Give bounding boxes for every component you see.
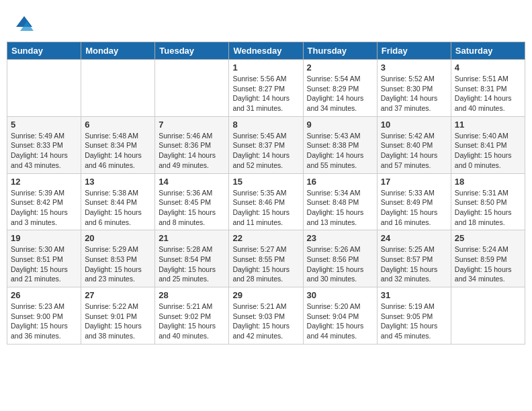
day-number: 15 — [232, 177, 299, 187]
day-number: 28 — [159, 290, 225, 300]
day-cell: 13Sunrise: 5:38 AM Sunset: 8:44 PM Dayli… — [81, 173, 155, 230]
day-number: 23 — [307, 233, 373, 243]
day-cell — [155, 60, 229, 117]
week-row-1: 5Sunrise: 5:49 AM Sunset: 8:33 PM Daylig… — [7, 116, 525, 173]
day-cell: 3Sunrise: 5:52 AM Sunset: 8:30 PM Daylig… — [377, 60, 451, 117]
day-number: 20 — [85, 233, 151, 243]
column-header-monday: Monday — [81, 42, 155, 60]
day-cell: 16Sunrise: 5:34 AM Sunset: 8:48 PM Dayli… — [303, 173, 377, 230]
day-cell: 2Sunrise: 5:54 AM Sunset: 8:29 PM Daylig… — [303, 60, 377, 117]
column-header-wednesday: Wednesday — [229, 42, 303, 60]
calendar-header: SundayMondayTuesdayWednesdayThursdayFrid… — [7, 42, 525, 60]
day-cell: 29Sunrise: 5:21 AM Sunset: 9:03 PM Dayli… — [229, 287, 303, 345]
day-info: Sunrise: 5:35 AM Sunset: 8:46 PM Dayligh… — [232, 188, 299, 228]
day-number: 26 — [11, 290, 77, 300]
day-number: 6 — [85, 120, 151, 130]
column-header-tuesday: Tuesday — [155, 42, 229, 60]
day-number: 19 — [11, 233, 77, 243]
day-info: Sunrise: 5:23 AM Sunset: 9:00 PM Dayligh… — [11, 302, 77, 341]
day-cell — [451, 287, 525, 345]
day-info: Sunrise: 5:22 AM Sunset: 9:01 PM Dayligh… — [85, 302, 151, 341]
day-number: 7 — [159, 120, 225, 130]
day-cell: 20Sunrise: 5:29 AM Sunset: 8:53 PM Dayli… — [81, 230, 155, 287]
day-cell: 19Sunrise: 5:30 AM Sunset: 8:51 PM Dayli… — [7, 230, 81, 287]
day-number: 31 — [381, 290, 447, 300]
header-row: SundayMondayTuesdayWednesdayThursdayFrid… — [7, 42, 525, 60]
day-info: Sunrise: 5:40 AM Sunset: 8:41 PM Dayligh… — [455, 131, 521, 171]
day-number: 30 — [307, 290, 373, 300]
day-info: Sunrise: 5:46 AM Sunset: 8:36 PM Dayligh… — [159, 131, 225, 171]
day-cell: 14Sunrise: 5:36 AM Sunset: 8:45 PM Dayli… — [155, 173, 229, 230]
day-number: 24 — [381, 233, 447, 243]
day-number: 21 — [159, 233, 225, 243]
day-cell: 4Sunrise: 5:51 AM Sunset: 8:31 PM Daylig… — [451, 60, 525, 117]
svg-marker-0 — [16, 16, 32, 27]
day-number: 8 — [232, 120, 299, 130]
column-header-sunday: Sunday — [7, 42, 81, 60]
day-number: 18 — [455, 177, 521, 187]
day-number: 13 — [85, 177, 151, 187]
day-info: Sunrise: 5:48 AM Sunset: 8:34 PM Dayligh… — [85, 131, 151, 171]
day-cell: 31Sunrise: 5:19 AM Sunset: 9:05 PM Dayli… — [377, 287, 451, 345]
day-number: 11 — [455, 120, 521, 130]
day-number: 16 — [307, 177, 373, 187]
day-info: Sunrise: 5:56 AM Sunset: 8:27 PM Dayligh… — [232, 74, 299, 113]
day-info: Sunrise: 5:38 AM Sunset: 8:44 PM Dayligh… — [85, 188, 151, 228]
day-number: 25 — [455, 233, 521, 243]
day-number: 1 — [232, 62, 299, 73]
day-info: Sunrise: 5:39 AM Sunset: 8:42 PM Dayligh… — [11, 188, 77, 228]
day-cell: 24Sunrise: 5:25 AM Sunset: 8:57 PM Dayli… — [377, 230, 451, 287]
day-cell: 22Sunrise: 5:27 AM Sunset: 8:55 PM Dayli… — [229, 230, 303, 287]
day-number: 29 — [232, 290, 299, 300]
day-number: 4 — [455, 62, 521, 73]
logo-icon — [13, 13, 35, 35]
day-info: Sunrise: 5:25 AM Sunset: 8:57 PM Dayligh… — [381, 244, 447, 284]
day-info: Sunrise: 5:20 AM Sunset: 9:04 PM Dayligh… — [307, 302, 373, 341]
day-cell: 28Sunrise: 5:21 AM Sunset: 9:02 PM Dayli… — [155, 287, 229, 345]
column-header-thursday: Thursday — [303, 42, 377, 60]
week-row-2: 12Sunrise: 5:39 AM Sunset: 8:42 PM Dayli… — [7, 173, 525, 230]
week-row-0: 1Sunrise: 5:56 AM Sunset: 8:27 PM Daylig… — [7, 60, 525, 117]
day-cell: 7Sunrise: 5:46 AM Sunset: 8:36 PM Daylig… — [155, 116, 229, 173]
day-cell: 6Sunrise: 5:48 AM Sunset: 8:34 PM Daylig… — [81, 116, 155, 173]
day-cell: 12Sunrise: 5:39 AM Sunset: 8:42 PM Dayli… — [7, 173, 81, 230]
day-info: Sunrise: 5:27 AM Sunset: 8:55 PM Dayligh… — [232, 244, 299, 284]
column-header-friday: Friday — [377, 42, 451, 60]
day-cell — [81, 60, 155, 117]
day-info: Sunrise: 5:49 AM Sunset: 8:33 PM Dayligh… — [11, 131, 77, 171]
day-info: Sunrise: 5:29 AM Sunset: 8:53 PM Dayligh… — [85, 244, 151, 284]
day-info: Sunrise: 5:28 AM Sunset: 8:54 PM Dayligh… — [159, 244, 225, 284]
day-info: Sunrise: 5:21 AM Sunset: 9:03 PM Dayligh… — [232, 302, 299, 341]
day-number: 3 — [381, 62, 447, 73]
day-cell: 10Sunrise: 5:42 AM Sunset: 8:40 PM Dayli… — [377, 116, 451, 173]
day-info: Sunrise: 5:21 AM Sunset: 9:02 PM Dayligh… — [159, 302, 225, 341]
day-number: 12 — [11, 177, 77, 187]
day-cell: 23Sunrise: 5:26 AM Sunset: 8:56 PM Dayli… — [303, 230, 377, 287]
day-number: 22 — [232, 233, 299, 243]
day-info: Sunrise: 5:31 AM Sunset: 8:50 PM Dayligh… — [455, 188, 521, 228]
day-cell: 1Sunrise: 5:56 AM Sunset: 8:27 PM Daylig… — [229, 60, 303, 117]
day-number: 2 — [307, 62, 373, 73]
page-header — [7, 7, 525, 38]
day-cell: 21Sunrise: 5:28 AM Sunset: 8:54 PM Dayli… — [155, 230, 229, 287]
day-info: Sunrise: 5:43 AM Sunset: 8:38 PM Dayligh… — [307, 131, 373, 171]
day-info: Sunrise: 5:51 AM Sunset: 8:31 PM Dayligh… — [455, 74, 521, 113]
day-info: Sunrise: 5:26 AM Sunset: 8:56 PM Dayligh… — [307, 244, 373, 284]
week-row-4: 26Sunrise: 5:23 AM Sunset: 9:00 PM Dayli… — [7, 287, 525, 345]
day-info: Sunrise: 5:36 AM Sunset: 8:45 PM Dayligh… — [159, 188, 225, 228]
day-cell: 15Sunrise: 5:35 AM Sunset: 8:46 PM Dayli… — [229, 173, 303, 230]
day-cell: 11Sunrise: 5:40 AM Sunset: 8:41 PM Dayli… — [451, 116, 525, 173]
day-number: 9 — [307, 120, 373, 130]
day-cell: 25Sunrise: 5:24 AM Sunset: 8:59 PM Dayli… — [451, 230, 525, 287]
column-header-saturday: Saturday — [451, 42, 525, 60]
day-cell: 18Sunrise: 5:31 AM Sunset: 8:50 PM Dayli… — [451, 173, 525, 230]
day-cell: 8Sunrise: 5:45 AM Sunset: 8:37 PM Daylig… — [229, 116, 303, 173]
day-cell — [7, 60, 81, 117]
day-cell: 17Sunrise: 5:33 AM Sunset: 8:49 PM Dayli… — [377, 173, 451, 230]
day-cell: 30Sunrise: 5:20 AM Sunset: 9:04 PM Dayli… — [303, 287, 377, 345]
day-info: Sunrise: 5:34 AM Sunset: 8:48 PM Dayligh… — [307, 188, 373, 228]
day-info: Sunrise: 5:33 AM Sunset: 8:49 PM Dayligh… — [381, 188, 447, 228]
day-info: Sunrise: 5:42 AM Sunset: 8:40 PM Dayligh… — [381, 131, 447, 171]
day-number: 27 — [85, 290, 151, 300]
day-number: 10 — [381, 120, 447, 130]
